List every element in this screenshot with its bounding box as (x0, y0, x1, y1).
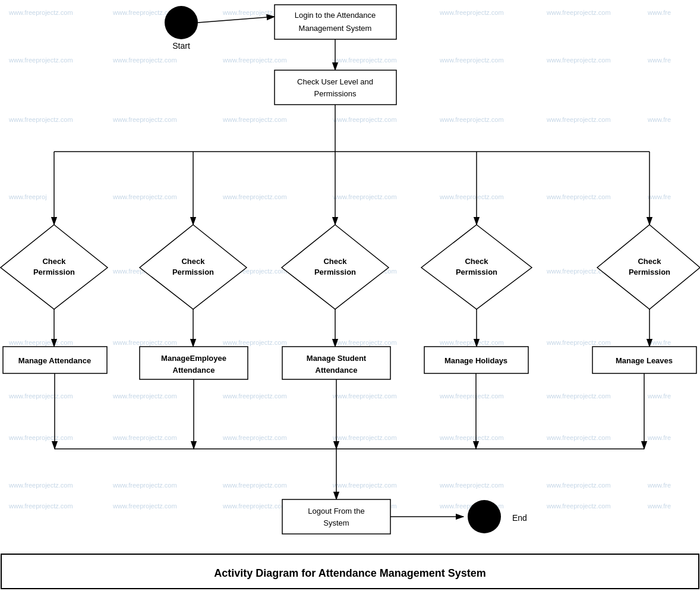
svg-text:www.freeprojectz.com: www.freeprojectz.com (112, 392, 177, 400)
svg-text:www.freeprojectz.com: www.freeprojectz.com (546, 434, 611, 441)
svg-text:www.freeprojectz.com: www.freeprojectz.com (546, 392, 611, 400)
diamond2 (140, 225, 247, 309)
diamond5-text1: Check (638, 257, 661, 266)
svg-text:www.freeprojectz.com: www.freeprojectz.com (546, 339, 611, 346)
svg-text:www.freeprojectz.com: www.freeprojectz.com (112, 434, 177, 441)
diamond4-text2: Permission (456, 268, 497, 276)
svg-text:www.freeprojectz.com: www.freeprojectz.com (222, 116, 287, 123)
svg-text:www.freeprojectz.com: www.freeprojectz.com (112, 56, 177, 64)
svg-text:www.freeprojectz.com: www.freeprojectz.com (439, 482, 504, 489)
svg-text:www.freeprojectz.com: www.freeprojectz.com (332, 193, 397, 200)
svg-text:www.freeprojectz.com: www.freeprojectz.com (332, 482, 397, 489)
diamond2-text1: Check (181, 257, 205, 266)
start-circle (165, 6, 198, 39)
svg-text:www.freeprojectz.com: www.freeprojectz.com (8, 392, 73, 400)
diamond3-text1: Check (323, 257, 347, 266)
svg-text:www.freeprojectz.com: www.freeprojectz.com (332, 56, 397, 64)
svg-text:www.fre: www.fre (647, 9, 671, 16)
svg-text:www.freeprojectz.com: www.freeprojectz.com (112, 193, 177, 200)
svg-text:www.freeprojectz.com: www.freeprojectz.com (546, 116, 611, 123)
svg-text:www.freeproj: www.freeproj (8, 193, 47, 200)
svg-text:www.freeprojectz.com: www.freeprojectz.com (222, 56, 287, 64)
diagram-container: www.freeprojectz.com www.freeprojectz.co… (0, 0, 700, 591)
manage-leaves-text: Manage Leaves (616, 356, 673, 365)
svg-text:www.freeprojectz.com: www.freeprojectz.com (222, 193, 287, 200)
manage-employee-text1: ManageEmployee (161, 354, 226, 363)
svg-text:www.freeprojectz.com: www.freeprojectz.com (332, 116, 397, 123)
start-label: Start (172, 41, 190, 51)
svg-text:www.fre: www.fre (647, 434, 671, 441)
svg-text:www.fre: www.fre (647, 392, 671, 400)
svg-text:www.freeprojectz.com: www.freeprojectz.com (112, 339, 177, 346)
svg-text:www.freeprojectz.com: www.freeprojectz.com (8, 339, 73, 346)
svg-text:www.freeprojectz.com: www.freeprojectz.com (439, 392, 504, 400)
svg-text:www.freeprojectz.com: www.freeprojectz.com (8, 434, 73, 441)
manage-student-text2: Attendance (316, 366, 358, 375)
arrow-start-login (198, 17, 275, 23)
svg-text:www.freeprojectz.com: www.freeprojectz.com (222, 339, 287, 346)
end-circle (468, 500, 501, 533)
diamond5-text2: Permission (629, 268, 670, 276)
diamond3-text2: Permission (314, 268, 356, 276)
manage-attendance-text: Manage Attendance (18, 356, 91, 365)
svg-text:www.freeprojectz.com: www.freeprojectz.com (8, 9, 73, 16)
end-label: End (512, 513, 527, 523)
svg-text:www.freeprojectz.com: www.freeprojectz.com (8, 116, 73, 123)
check-user-text1: Check User Level and (297, 77, 373, 86)
diamond4 (421, 225, 532, 309)
diamond1-text1: Check (42, 257, 66, 266)
svg-text:www.freeprojectz.com: www.freeprojectz.com (222, 434, 287, 441)
svg-text:www.freeprojectz.com: www.freeprojectz.com (439, 116, 504, 123)
diagram-svg: www.freeprojectz.com www.freeprojectz.co… (0, 0, 700, 591)
svg-text:www.freeprojectz.com: www.freeprojectz.com (222, 392, 287, 400)
check-user-level-box (275, 70, 396, 105)
svg-text:www.freeprojectz.com: www.freeprojectz.com (112, 502, 177, 510)
login-box (275, 5, 396, 39)
svg-text:www.freeprojectz.com: www.freeprojectz.com (439, 56, 504, 64)
svg-text:www.fre: www.fre (647, 339, 671, 346)
title-bar-text: Activity Diagram for Attendance Manageme… (214, 567, 485, 579)
svg-text:www.freeprojectz.com: www.freeprojectz.com (439, 193, 504, 200)
diamond3 (282, 225, 389, 309)
svg-text:www.fre: www.fre (647, 502, 671, 510)
diamond2-text2: Permission (172, 268, 214, 276)
svg-text:www.freeprojectz.com: www.freeprojectz.com (8, 482, 73, 489)
svg-text:www.freeprojectz.com: www.freeprojectz.com (439, 9, 504, 16)
logout-text2: System (323, 518, 349, 527)
logout-box (282, 499, 390, 534)
svg-text:www.freeprojectz.com: www.freeprojectz.com (546, 9, 611, 16)
diamond4-text1: Check (465, 257, 488, 266)
svg-text:www.freeprojectz.com: www.freeprojectz.com (439, 339, 504, 346)
svg-text:www.freeprojectz.com: www.freeprojectz.com (546, 502, 611, 510)
svg-text:www.freeprojectz.com: www.freeprojectz.com (546, 193, 611, 200)
svg-text:www.fre: www.fre (647, 482, 671, 489)
diamond1-text2: Permission (33, 268, 75, 276)
manage-student-text1: Manage Student (307, 354, 367, 363)
svg-text:www.freeprojectz.com: www.freeprojectz.com (8, 56, 73, 64)
login-text-line1: Login to the Attendance (295, 11, 376, 20)
logout-text1: Logout From the (308, 507, 364, 515)
svg-text:www.freeprojectz.com: www.freeprojectz.com (546, 56, 611, 64)
svg-text:www.fre: www.fre (647, 56, 671, 64)
svg-text:www.fre: www.fre (647, 193, 671, 200)
manage-holidays-text: Manage Holidays (444, 356, 507, 365)
svg-text:www.fre: www.fre (647, 116, 671, 123)
svg-text:www.freeprojectz.com: www.freeprojectz.com (332, 434, 397, 441)
svg-text:www.freeprojectz.com: www.freeprojectz.com (112, 116, 177, 123)
manage-employee-text2: Attendance (173, 366, 215, 375)
login-text-line2: Management System (299, 24, 372, 33)
svg-text:www.freeprojectz.com: www.freeprojectz.com (222, 482, 287, 489)
svg-text:www.freeprojectz.com: www.freeprojectz.com (439, 434, 504, 441)
svg-text:www.freeprojectz.com: www.freeprojectz.com (546, 482, 611, 489)
check-user-text2: Permissions (314, 89, 357, 98)
diamond5 (597, 225, 700, 309)
svg-text:www.freeprojectz.com: www.freeprojectz.com (112, 482, 177, 489)
svg-text:www.freeprojectz.com: www.freeprojectz.com (222, 502, 287, 510)
diamond1 (1, 225, 108, 309)
svg-text:www.freeprojectz.com: www.freeprojectz.com (332, 339, 397, 346)
svg-text:www.freeprojectz.com: www.freeprojectz.com (332, 392, 397, 400)
svg-text:www.freeprojectz.com: www.freeprojectz.com (8, 502, 73, 510)
